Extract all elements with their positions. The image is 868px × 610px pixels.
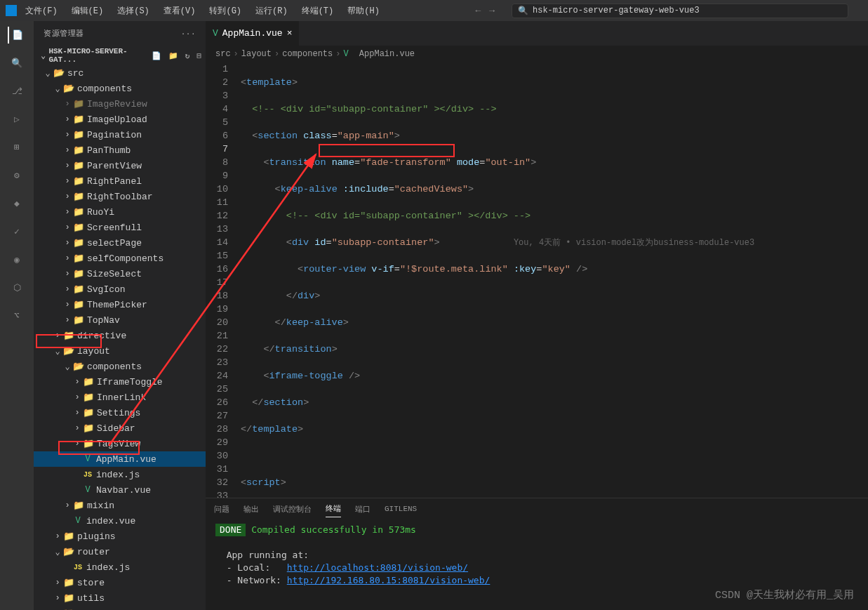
editor-area: V AppMain.vue × src› layout› components›… — [206, 21, 868, 610]
new-folder-icon[interactable]: 📁 — [168, 51, 178, 60]
panel-tab-terminal[interactable]: 终端 — [326, 500, 341, 517]
search-icon: 🔍 — [518, 6, 528, 16]
folder-sizeselect[interactable]: ›📁SizeSelect — [34, 266, 206, 281]
panel-tabs: 问题 输出 调试控制台 终端 端口 GITLENS — [206, 498, 868, 519]
search-text: hsk-micro-server-gateway-web-vue3 — [533, 6, 700, 15]
folder-topnav[interactable]: ›📁TopNav — [34, 312, 206, 328]
sidebar-more-icon[interactable]: ··· — [181, 29, 196, 38]
terminal-panel: 问题 输出 调试控制台 终端 端口 GITLENS DONE Compiled … — [206, 498, 868, 610]
folder-screenfull[interactable]: ›📁Screenfull — [34, 220, 206, 235]
iframetoggle-folder[interactable]: ›📁IframeToggle — [34, 374, 206, 390]
folder-ruoyi[interactable]: ›📁RuoYi — [34, 204, 206, 220]
plugins-folder[interactable]: ›📁plugins — [34, 529, 206, 544]
utils-folder[interactable]: ›📁utils — [34, 590, 206, 606]
file-tree: ⌄📂src ⌄📂components ›📁ImageReview ›📁Image… — [34, 65, 206, 610]
done-badge: DONE — [215, 524, 246, 536]
folder-panthumb[interactable]: ›📁PanThumb — [34, 142, 206, 158]
code-content[interactable]: <template> <!-- <div id="subapp-containe… — [241, 62, 868, 498]
search-activity-icon[interactable]: 🔍 — [8, 55, 25, 72]
nav-back-icon[interactable]: ← — [475, 6, 481, 16]
tabs-bar: V AppMain.vue × — [206, 21, 868, 46]
vue-file-icon: V — [213, 28, 218, 39]
folder-parentview[interactable]: ›📁ParentView — [34, 158, 206, 173]
folder-svgicon[interactable]: ›📁SvgIcon — [34, 281, 206, 297]
folder-themepicker[interactable]: ›📁ThemePicker — [34, 297, 206, 312]
local-url-link[interactable]: http://localhost:8081/vision-web/ — [287, 562, 468, 573]
directive-folder[interactable]: ›📁directive — [34, 328, 206, 343]
git-icon[interactable]: ⌥ — [8, 307, 25, 324]
command-center[interactable]: 🔍 hsk-micro-server-gateway-web-vue3 — [512, 4, 848, 18]
tab-label: AppMain.vue — [222, 28, 283, 39]
scm-icon[interactable]: ⎇ — [8, 83, 25, 100]
menu-edit[interactable]: 编辑(E) — [66, 2, 109, 20]
menu-file[interactable]: 文件(F) — [20, 2, 63, 20]
close-tab-icon[interactable]: × — [287, 28, 293, 39]
line-numbers: 1234567891011121314151617181920212223242… — [206, 62, 241, 498]
sidebar-title: 资源管理器 — [44, 28, 84, 39]
nav-forward-icon[interactable]: → — [489, 6, 495, 16]
menu-select[interactable]: 选择(S) — [112, 2, 155, 20]
folder-righttoolbar[interactable]: ›📁RightToolbar — [34, 189, 206, 204]
extensions-icon[interactable]: ⊞ — [8, 139, 25, 156]
panel-tab-output[interactable]: 输出 — [243, 501, 259, 517]
folder-imageupload[interactable]: ›📁ImageUpload — [34, 112, 206, 127]
folder-pagination[interactable]: ›📁Pagination — [34, 127, 206, 142]
folder-cut[interactable]: ›📁ImageReview — [34, 96, 206, 112]
mixin-folder[interactable]: ›📁mixin — [34, 498, 206, 513]
ext2-icon[interactable]: ⬡ — [8, 279, 25, 296]
remote-icon[interactable]: ⚙ — [8, 167, 25, 184]
folder-selectpage[interactable]: ›📁selectPage — [34, 235, 206, 251]
tab-appmain[interactable]: V AppMain.vue × — [206, 21, 300, 46]
chevron-down-icon[interactable]: ⌄ — [38, 51, 48, 61]
breadcrumbs[interactable]: src› layout› components› V AppMain.vue — [206, 46, 868, 62]
titlebar: 文件(F) 编辑(E) 选择(S) 查看(V) 转到(G) 运行(R) 终端(T… — [0, 0, 868, 21]
lens-icon[interactable]: ◉ — [8, 251, 25, 268]
code-editor[interactable]: 1234567891011121314151617181920212223242… — [206, 62, 868, 498]
new-file-icon[interactable]: 📄 — [152, 51, 161, 60]
src-folder[interactable]: ⌄📂src — [34, 65, 206, 81]
folder-selfcomponents[interactable]: ›📁selfComponents — [34, 251, 206, 266]
appmain-file[interactable]: VAppMain.vue — [34, 451, 206, 467]
innerlink-folder[interactable]: ›📁InnerLink — [34, 390, 206, 405]
panel-tab-ports[interactable]: 端口 — [355, 501, 370, 517]
collapse-icon[interactable]: ⊟ — [196, 51, 201, 60]
panel-tab-gitlens[interactable]: GITLENS — [385, 502, 417, 516]
debug-icon[interactable]: ▷ — [8, 111, 25, 128]
folder-rightpanel[interactable]: ›📁RightPanel — [34, 173, 206, 189]
network-url-link[interactable]: http://192.168.80.15:8081/vision-web/ — [287, 575, 490, 585]
test-icon[interactable]: ✓ — [8, 223, 25, 240]
menu-terminal[interactable]: 终端(T) — [296, 2, 340, 20]
indexvue-file[interactable]: Vindex.vue — [34, 513, 206, 529]
tagsview-folder[interactable]: ›📁TagsView — [34, 436, 206, 451]
sidebar: 资源管理器 ··· ⌄ HSK-MICRO-SERVER-GAT... 📄 📁 … — [34, 21, 206, 610]
vscode-logo-icon — [6, 5, 17, 16]
views-folder[interactable]: ⌄📂views — [34, 606, 206, 610]
indexjs-file[interactable]: JSindex.js — [34, 467, 206, 482]
store-folder[interactable]: ›📁store — [34, 575, 206, 590]
sidebar-folder[interactable]: ›📁Sidebar — [34, 420, 206, 436]
menu-run[interactable]: 运行(R) — [250, 2, 293, 20]
layout-folder[interactable]: ⌄📂layout — [34, 343, 206, 359]
settings-folder[interactable]: ›📁Settings — [34, 405, 206, 420]
docker-icon[interactable]: ◆ — [8, 195, 25, 212]
layout-components-folder[interactable]: ⌄📂components — [34, 359, 206, 374]
explorer-icon[interactable]: 📄 — [8, 27, 25, 44]
menu-view[interactable]: 查看(V) — [158, 2, 201, 20]
project-name: HSK-MICRO-SERVER-GAT... — [48, 47, 151, 64]
menu-goto[interactable]: 转到(G) — [203, 2, 247, 20]
panel-tab-debug[interactable]: 调试控制台 — [273, 501, 312, 517]
components-folder[interactable]: ⌄📂components — [34, 81, 206, 96]
navbar-file[interactable]: VNavbar.vue — [34, 482, 206, 498]
menu-help[interactable]: 帮助(H) — [342, 2, 385, 20]
router-index-file[interactable]: JSindex.js — [34, 559, 206, 575]
refresh-icon[interactable]: ↻ — [185, 51, 190, 60]
panel-tab-problems[interactable]: 问题 — [214, 501, 229, 517]
router-folder[interactable]: ⌄📂router — [34, 544, 206, 559]
terminal-output[interactable]: DONE Compiled successfully in 573ms App … — [206, 519, 868, 610]
activity-bar: 📄 🔍 ⎇ ▷ ⊞ ⚙ ◆ ✓ ◉ ⬡ ⌥ — [0, 21, 34, 610]
